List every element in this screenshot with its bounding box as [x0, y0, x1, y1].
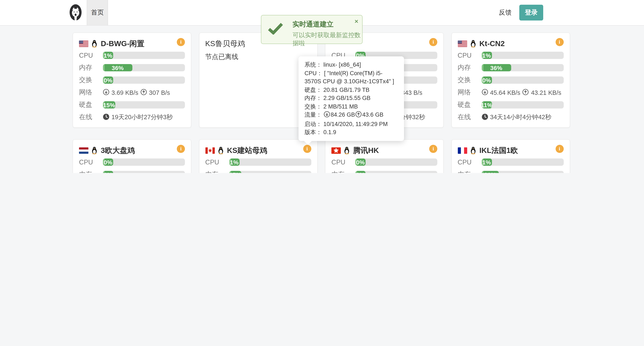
server-card: 腾讯HKi CPU 0% 内存 3% 交换 NaN% 网络 129 B/s — [325, 139, 444, 173]
mem-percent-label: 36% — [112, 64, 124, 71]
tooltip-line-traffic: 流量： 84.26 GB43.6 GB — [304, 111, 399, 120]
toast-close-icon[interactable]: × — [354, 18, 358, 24]
info-icon[interactable]: i — [429, 145, 437, 153]
mem-progress-track: 6% — [103, 171, 185, 173]
server-card: 3欧大盘鸡i CPU 0% 内存 6% 交换 0% 网络 771 B/s — [72, 139, 191, 173]
tooltip-value: 2.29 GB/15.55 GB — [324, 95, 371, 101]
metric-label: 在线 — [458, 113, 482, 122]
metric-label: 内存 — [79, 63, 103, 72]
traffic-upload-value: 43.6 GB — [362, 112, 384, 118]
cpu-progress-fill: 1% — [229, 158, 239, 166]
feedback-link[interactable]: 反馈 — [497, 0, 514, 25]
tooltip-value: linux- [x86_64] — [324, 62, 361, 68]
info-icon[interactable]: i — [556, 145, 564, 153]
mem-progress-track: 36% — [103, 64, 185, 71]
net-upload-value: 307 B/s — [149, 89, 170, 96]
upload-arrow-icon — [522, 89, 529, 96]
tab-home[interactable]: 首页 — [87, 0, 108, 25]
mem-progress-track: 21% — [482, 171, 564, 173]
clock-icon — [482, 114, 488, 121]
cpu-progress-fill: 0% — [355, 158, 366, 166]
metric-row-cpu: CPU 1% — [458, 156, 564, 168]
metric-rows: CPU 1% 内存 21% 交换 1% 网络 94.22 KB/s — [458, 156, 564, 173]
cpu-percent-label: 1% — [104, 52, 112, 59]
metric-rows: CPU 1% 内存 36% 交换 0% 网络 3.69 KB/s 3 — [79, 49, 185, 124]
metric-label: 内存 — [79, 170, 103, 173]
metric-label: 内存 — [458, 170, 482, 173]
swap-progress-track: 0% — [482, 76, 564, 84]
disk-percent-label: 11% — [482, 102, 492, 108]
tooltip-line: 内存： 2.29 GB/15.55 GB — [304, 94, 399, 102]
server-card: IKL法国1欧i CPU 1% 内存 21% 交换 1% 网络 94.22 KB… — [451, 139, 570, 173]
uptime-value: 34天14小时4分钟42秒 — [490, 113, 551, 121]
card-header: D-BWG-闲置i — [79, 38, 186, 49]
info-icon[interactable]: i — [303, 145, 311, 153]
mem-progress-fill: 3% — [355, 171, 366, 173]
linux-tux-icon — [470, 146, 476, 154]
cpu-progress-track: 0% — [103, 158, 185, 166]
card-header: 腾讯HKi — [332, 145, 438, 156]
info-icon[interactable]: i — [177, 145, 185, 153]
metric-row-online: 在线 34天14小时4分钟42秒 — [458, 111, 564, 124]
metric-row-mem: 内存 3% — [332, 168, 437, 173]
login-button[interactable]: 登录 — [519, 5, 543, 20]
cpu-percent-label: 0% — [104, 159, 112, 166]
mem-percent-label: 6% — [104, 171, 112, 173]
server-name: D-BWG-闲置 — [101, 38, 144, 49]
tooltip-label: 内存 — [304, 95, 316, 101]
swap-progress-track: 0% — [103, 76, 185, 84]
server-name: 3欧大盘鸡 — [101, 145, 135, 156]
metric-row-swap: 交换 0% — [79, 74, 185, 86]
cpu-progress-track: 1% — [103, 52, 185, 59]
metric-row-cpu: CPU 1% — [205, 156, 311, 168]
cpu-progress-fill: 1% — [103, 52, 113, 59]
server-info-tooltip: 系统： linux- [x86_64] CPU： [ "Intel(R) Cor… — [298, 56, 404, 141]
tooltip-label: 启动 — [304, 121, 316, 127]
site-logo-avatar[interactable] — [70, 4, 82, 21]
server-name: KS鲁贝母鸡 — [205, 38, 245, 49]
page: 首页 反馈 登录 D-BWG-闲置i CPU 1% 内存 36% 交换 0% — [0, 0, 644, 173]
mem-progress-track: 3% — [355, 171, 437, 173]
metric-row-mem: 内存 36% — [458, 62, 564, 74]
metric-rows: CPU 1% 内存 36% 交换 0% 网络 45.64 KB/s — [458, 49, 564, 124]
metric-label: 交换 — [458, 76, 482, 84]
tooltip-label: 流量 — [304, 112, 316, 118]
linux-tux-icon — [91, 146, 98, 154]
linux-tux-icon — [91, 40, 98, 48]
metric-label: 硬盘 — [458, 100, 482, 109]
metric-label: 网络 — [458, 88, 482, 97]
info-icon[interactable]: i — [177, 38, 185, 46]
metric-row-online: 在线 19天20小时27分钟3秒 — [79, 111, 185, 124]
net-upload-value: 343 B/s — [402, 89, 422, 96]
cpu-percent-label: 1% — [230, 159, 238, 166]
info-icon[interactable]: i — [429, 38, 437, 46]
download-arrow-icon — [482, 89, 488, 96]
mem-progress-fill: 6% — [103, 171, 113, 173]
tooltip-line: CPU： [ "Intel(R) Core(TM) i5-3570S CPU @… — [304, 69, 399, 86]
mem-percent-label: 21% — [484, 171, 496, 173]
server-name: IKL法国1欧 — [479, 145, 518, 156]
metric-row-disk: 硬盘 11% — [458, 99, 564, 111]
card-header: IKL法国1欧i — [458, 145, 564, 156]
mem-progress-fill: 15% — [229, 171, 242, 173]
metric-label: 网络 — [79, 88, 103, 97]
mem-progress-track: 15% — [229, 171, 311, 173]
metric-row-mem: 内存 36% — [79, 62, 185, 74]
metric-label: CPU — [205, 158, 229, 166]
server-name: Kt-CN2 — [479, 39, 505, 48]
metric-label: CPU — [458, 158, 482, 166]
metric-row-cpu: CPU 0% — [332, 156, 437, 168]
disk-progress-track: 15% — [103, 101, 185, 108]
uptime-value: 19天20小时27分钟3秒 — [112, 113, 173, 121]
net-download-value: 45.64 KB/s — [490, 89, 520, 96]
net-download-value: 3.69 KB/s — [112, 89, 138, 96]
metric-row-disk: 硬盘 15% — [79, 99, 185, 111]
tooltip-label: 系统 — [304, 62, 316, 68]
mem-progress-fill: 21% — [482, 171, 499, 173]
toast-title: 实时通道建立 — [292, 20, 334, 29]
metric-label: 内存 — [332, 170, 355, 173]
mem-progress-track: 36% — [482, 64, 564, 71]
info-icon[interactable]: i — [556, 38, 564, 46]
tooltip-label: CPU — [304, 70, 317, 76]
disk-percent-label: 15% — [103, 102, 115, 108]
